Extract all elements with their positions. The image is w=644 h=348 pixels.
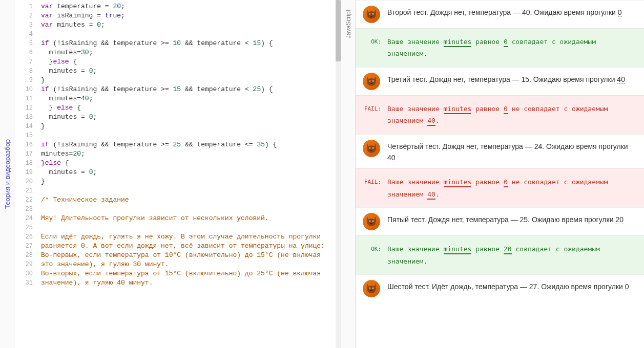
line-number: 26 <box>14 232 33 242</box>
line-number: 2 <box>14 11 33 20</box>
line-number: 6 <box>14 48 33 57</box>
line-number: 12 <box>14 103 33 113</box>
line-number: 11 <box>14 94 33 103</box>
code-line[interactable]: }else { <box>41 57 337 67</box>
result-ok: OK: Ваше значение minutes равное 0 совпа… <box>356 28 644 67</box>
code-line[interactable] <box>41 30 337 39</box>
code-line[interactable] <box>41 223 337 232</box>
line-number: 19 <box>14 168 33 177</box>
code-line[interactable]: Во-первых, если температура от 10°C (вкл… <box>41 251 337 260</box>
test-message: Шестой тест. Идёт дождь, температура — 2… <box>356 274 644 302</box>
code-line[interactable]: if (!isRaining && temperature >= 10 && t… <box>41 39 337 48</box>
code-line[interactable]: Если идёт дождь, гулять я не хожу. В это… <box>41 232 337 242</box>
line-number: 31 <box>14 278 33 288</box>
svg-point-6 <box>369 80 370 81</box>
line-number: 28 <box>14 251 33 260</box>
line-number: 17 <box>14 149 33 159</box>
code-line[interactable]: if (!isRaining && temperature >= 15 && t… <box>41 85 337 94</box>
code-line[interactable]: minutes=40; <box>41 94 337 103</box>
cat-avatar-icon <box>363 6 380 23</box>
svg-point-11 <box>372 147 373 148</box>
result-fail: FAIL: Ваше значение minutes равное 0 не … <box>356 95 644 134</box>
code-line[interactable]: minutes = 0; <box>41 168 337 177</box>
code-line[interactable]: /* Техническое задание <box>41 195 337 205</box>
code-editor[interactable]: 1234567891011121314151617181920212223242… <box>14 0 341 348</box>
svg-point-18 <box>369 288 370 289</box>
editor-scrollbar[interactable] <box>336 0 341 348</box>
code-line[interactable]: var temperature = 20; <box>41 2 337 11</box>
code-line[interactable]: minutes = 0; <box>41 67 337 76</box>
line-number: 27 <box>14 242 33 251</box>
result-label: OK: <box>363 36 387 47</box>
code-line[interactable]: }else { <box>41 159 337 168</box>
code-line[interactable]: minutes=20; <box>41 149 337 159</box>
line-number: 16 <box>14 140 33 149</box>
code-line[interactable]: var isRaining = true; <box>41 11 337 20</box>
code-line[interactable]: Во-вторых, если температура от 15°C (вкл… <box>41 269 337 278</box>
line-number: 21 <box>14 186 33 195</box>
line-number: 29 <box>14 260 33 269</box>
code-line[interactable]: } <box>41 122 337 131</box>
result-label: FAIL: <box>363 103 387 114</box>
line-number: 25 <box>14 223 33 232</box>
line-number: 4 <box>14 30 33 39</box>
result-message: Ваше значение minutes равное 0 не совпад… <box>387 176 636 200</box>
code-line[interactable]: minutes = 0; <box>41 113 337 122</box>
javascript-tab[interactable]: JavaScript <box>341 0 356 348</box>
cat-avatar-icon <box>363 213 380 230</box>
line-number: 7 <box>14 57 33 67</box>
code-line[interactable]: } else { <box>41 103 337 113</box>
line-number: 20 <box>14 177 33 186</box>
line-number: 23 <box>14 205 33 214</box>
test-message: Второй тест. Дождя нет, температура — 40… <box>356 0 644 28</box>
code-line[interactable] <box>41 205 337 214</box>
code-line[interactable]: Мяу! Длительность прогулки зависит от не… <box>41 214 337 223</box>
line-number: 8 <box>14 67 33 76</box>
code-area[interactable]: var temperature = 20;var isRaining = tru… <box>37 0 341 348</box>
result-fail: FAIL: Ваше значение minutes равное 0 не … <box>356 168 644 207</box>
line-number: 30 <box>14 269 33 278</box>
cat-avatar-icon <box>363 73 380 90</box>
line-number: 5 <box>14 39 33 48</box>
line-number: 9 <box>14 76 33 85</box>
code-line[interactable]: var minutes = 0; <box>41 20 337 30</box>
svg-point-3 <box>372 13 373 14</box>
code-line[interactable]: minutes=30; <box>41 48 337 57</box>
line-number: 15 <box>14 131 33 140</box>
svg-point-19 <box>372 288 373 289</box>
test-message: Пятый тест. Дождя нет, температура — 25.… <box>356 207 644 235</box>
result-message: Ваше значение minutes равное 0 совпадает… <box>387 36 636 60</box>
line-number: 14 <box>14 122 33 131</box>
line-gutter: 1234567891011121314151617181920212223242… <box>14 0 37 348</box>
cat-avatar-icon <box>363 280 380 297</box>
test-text: Пятый тест. Дождя нет, температура — 25.… <box>387 213 624 225</box>
line-number: 1 <box>14 2 33 11</box>
line-number: 22 <box>14 195 33 205</box>
result-message: Ваше значение minutes равное 20 совпадае… <box>387 243 636 267</box>
line-number: 13 <box>14 113 33 122</box>
svg-point-7 <box>372 80 373 81</box>
results-pane[interactable]: Второй тест. Дождя нет, температура — 40… <box>356 0 644 348</box>
line-number: 3 <box>14 20 33 30</box>
test-text: Второй тест. Дождя нет, температура — 40… <box>387 6 622 18</box>
code-line[interactable]: } <box>41 76 337 85</box>
svg-point-15 <box>372 221 373 222</box>
javascript-tab-label: JavaScript <box>345 10 352 38</box>
svg-point-2 <box>369 13 370 14</box>
code-line[interactable]: } <box>41 177 337 186</box>
editor-scroll-thumb[interactable] <box>336 0 341 61</box>
test-text: Четвёртый тест. Дождя нет, температура —… <box>387 140 636 164</box>
code-line[interactable] <box>41 186 337 195</box>
theory-tab[interactable]: Теория и видеоразбор <box>0 0 14 348</box>
test-message: Четвёртый тест. Дождя нет, температура —… <box>356 134 644 169</box>
result-label: OK: <box>363 243 387 254</box>
result-label: FAIL: <box>363 176 387 187</box>
code-line[interactable]: if (!isRaining && temperature >= 25 && t… <box>41 140 337 149</box>
line-number: 10 <box>14 85 33 94</box>
line-number: 24 <box>14 214 33 223</box>
code-line[interactable] <box>41 131 337 140</box>
line-number: 18 <box>14 159 33 168</box>
result-message: Ваше значение minutes равное 0 не совпад… <box>387 103 636 127</box>
test-text: Третий тест. Дождя нет, температура — 15… <box>387 73 625 85</box>
theory-tab-label: Теория и видеоразбор <box>3 139 11 209</box>
